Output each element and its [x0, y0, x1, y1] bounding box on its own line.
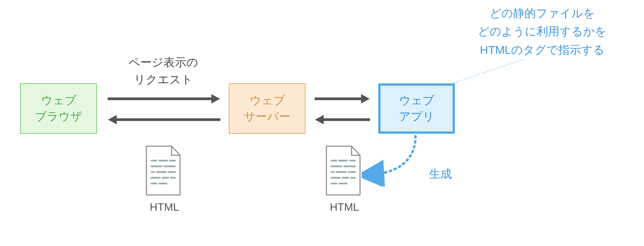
svg-line-0 [451, 59, 525, 84]
node-app: ウェブ アプリ [378, 83, 455, 134]
annotation-line2: どのように利用するかを [478, 22, 607, 40]
annotation-text: どの静的ファイルを どのように利用するかを HTMLのタグで指示する [478, 4, 607, 59]
annotation-line1: どの静的ファイルを [478, 4, 607, 22]
arrow-server-to-browser [116, 118, 220, 121]
arrow-browser-to-server [108, 97, 212, 100]
node-app-line2: アプリ [399, 109, 434, 125]
document-label-right: HTML [330, 201, 359, 213]
annotation-leader-line [448, 57, 535, 91]
node-browser-line1: ウェブ [41, 92, 76, 109]
node-app-line1: ウェブ [399, 92, 434, 109]
generate-label: 生成 [429, 165, 452, 183]
node-browser: ウェブ ブラウザ [20, 83, 97, 134]
generate-arrow [362, 133, 436, 187]
node-server: ウェブ サーバー [229, 83, 306, 134]
request-label: ページ表示の リクエスト [124, 54, 202, 88]
document-icon-left [143, 145, 183, 197]
document-icon-right [323, 145, 363, 197]
node-server-line1: ウェブ [250, 92, 285, 109]
arrow-server-to-app [315, 97, 362, 100]
request-label-line2: リクエスト [124, 71, 202, 88]
arrow-app-to-server [323, 118, 370, 121]
annotation-line3: HTMLのタグで指示する [478, 41, 607, 59]
document-label-left: HTML [150, 201, 179, 213]
node-browser-line2: ブラウザ [35, 109, 82, 125]
node-server-line2: サーバー [244, 109, 290, 125]
request-label-line1: ページ表示の [124, 54, 202, 71]
